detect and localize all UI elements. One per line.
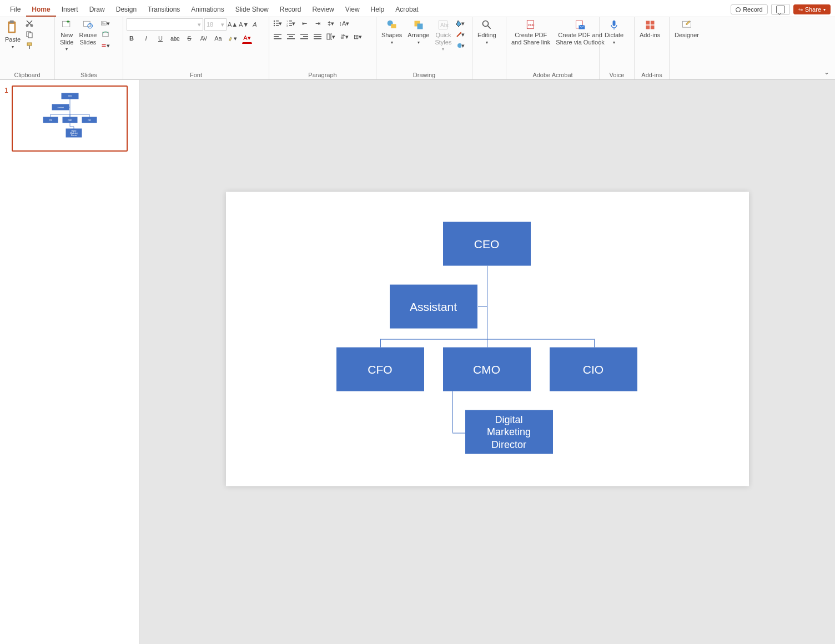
org-box-dmd[interactable]: Digital Marketing Director [465, 410, 553, 454]
bullets-button[interactable]: ▾ [273, 18, 283, 28]
shadow-button[interactable]: abc [170, 33, 180, 43]
org-label-cio: CIO [583, 363, 603, 376]
reuse-slides-label: Reuse Slides [79, 32, 97, 46]
svg-rect-15 [103, 32, 108, 37]
svg-rect-2 [9, 24, 14, 32]
create-pdf-link-button[interactable]: PDF Create PDF and Share link [510, 18, 552, 47]
increase-font-button[interactable]: A▲ [228, 19, 238, 29]
change-case-button[interactable]: Aa [213, 33, 223, 43]
align-right-button[interactable] [299, 32, 309, 42]
decrease-font-button[interactable]: A▼ [239, 19, 249, 29]
align-center-button[interactable] [286, 32, 296, 42]
strike-button[interactable]: S [184, 33, 194, 43]
cut-button[interactable] [24, 18, 34, 28]
char-spacing-button[interactable]: AV [199, 33, 209, 43]
align-left-button[interactable] [273, 32, 283, 42]
shapes-button[interactable]: Shapes▾ [380, 18, 404, 46]
font-size-combo[interactable]: 18▾ [204, 18, 227, 31]
slides-small: ▾ ▾ [100, 18, 110, 51]
thumbnail-panel[interactable]: 1 [0, 80, 139, 644]
tab-file[interactable]: File [4, 3, 26, 17]
svg-rect-56 [613, 21, 616, 26]
shape-outline-button[interactable]: ▾ [455, 29, 465, 39]
svg-rect-27 [289, 23, 292, 24]
font-family-combo[interactable]: ▾ [127, 18, 203, 31]
columns-button[interactable]: ▾ [326, 32, 336, 42]
addins-button[interactable]: Add-ins [638, 18, 662, 40]
tab-slideshow[interactable]: Slide Show [230, 3, 274, 17]
shape-effects-button[interactable]: ▾ [455, 41, 465, 51]
create-pdf-link-label: Create PDF and Share link [511, 32, 550, 46]
record-button[interactable]: Record [731, 4, 767, 14]
highlight-button[interactable]: ▾ [228, 33, 238, 43]
tab-home[interactable]: Home [26, 3, 56, 17]
new-slide-button[interactable]: New Slide▾ [58, 18, 75, 53]
smartart-button[interactable]: ⊞▾ [353, 32, 363, 42]
tab-design[interactable]: Design [110, 3, 142, 17]
new-slide-icon [61, 19, 72, 31]
group-clipboard: Paste ▾ Clipboard [0, 17, 55, 79]
bold-button[interactable]: B [127, 33, 137, 43]
share-button[interactable]: ↪Share▾ [793, 4, 831, 14]
thumbnail-slide-1[interactable]: CEOAssistant CFOCMOCIO DigitalMarketingD… [12, 85, 128, 152]
org-box-cfo[interactable]: CFO [336, 348, 424, 391]
group-label-adobe: Adobe Acrobat [510, 71, 596, 79]
editing-label: Editing [477, 32, 496, 39]
org-box-ceo[interactable]: CEO [443, 222, 531, 266]
align-text-button[interactable]: ⇵▾ [339, 32, 349, 42]
numbering-button[interactable]: 123▾ [286, 18, 296, 28]
collapse-ribbon-button[interactable]: ⌄ [824, 68, 829, 76]
group-font: ▾ 18▾ A▲ A▼ A B I U abc S AV Aa ▾ A▾ Fon… [123, 17, 269, 79]
tab-draw[interactable]: Draw [84, 3, 110, 17]
connector-cio [594, 339, 595, 348]
group-label-drawing: Drawing [380, 71, 469, 79]
clear-formatting-button[interactable]: A [250, 19, 260, 29]
tab-review[interactable]: Review [306, 3, 339, 17]
tab-acrobat[interactable]: Acrobat [390, 3, 424, 17]
share-icon: ↪ [798, 7, 803, 13]
italic-button[interactable]: I [141, 33, 151, 43]
menu-tabs: File Home Insert Draw Design Transitions… [4, 3, 424, 17]
tab-animations[interactable]: Animations [185, 3, 229, 17]
arrange-button[interactable]: Arrange▾ [406, 18, 431, 46]
reset-button[interactable] [100, 29, 110, 39]
line-spacing-button[interactable]: ‡▾ [326, 18, 336, 28]
group-label-voice: Voice [603, 71, 631, 79]
svg-rect-14 [102, 23, 105, 24]
create-pdf-outlook-button[interactable]: Create PDF and Share via Outlook [554, 18, 606, 47]
quick-styles-label: Quick Styles [435, 32, 451, 46]
dictate-button[interactable]: Dictate▾ [603, 18, 625, 46]
section-button[interactable]: ▾ [100, 41, 110, 51]
org-box-cmo[interactable]: CMO [443, 348, 531, 391]
tab-record[interactable]: Record [274, 3, 307, 17]
svg-rect-39 [314, 34, 321, 35]
copy-button[interactable] [24, 29, 34, 39]
layout-button[interactable]: ▾ [100, 18, 110, 28]
paste-button[interactable]: Paste ▾ [3, 18, 22, 51]
font-color-button[interactable]: A▾ [242, 33, 252, 44]
quick-styles-button[interactable]: Abc Quick Styles▾ [433, 18, 453, 53]
comments-button[interactable] [771, 4, 790, 15]
shape-fill-button[interactable]: ▾ [455, 18, 465, 28]
tab-help[interactable]: Help [365, 3, 390, 17]
org-box-cio[interactable]: CIO [550, 348, 637, 391]
editing-button[interactable]: Editing▾ [476, 18, 498, 46]
reuse-slides-button[interactable]: Reuse Slides [77, 18, 98, 47]
slide-1[interactable]: CEO Assistant CFO CMO CIO Digital Market… [226, 192, 749, 486]
text-direction-button[interactable]: ↕A▾ [339, 18, 349, 28]
shapes-icon [386, 19, 398, 31]
format-painter-button[interactable] [24, 41, 34, 51]
org-box-assistant[interactable]: Assistant [390, 285, 477, 329]
underline-button[interactable]: U [155, 33, 165, 43]
tab-insert[interactable]: Insert [56, 3, 84, 17]
justify-button[interactable] [313, 32, 323, 42]
decrease-indent-button[interactable]: ⇤ [299, 18, 309, 28]
slide-canvas-area[interactable]: CEO Assistant CFO CMO CIO Digital Market… [139, 80, 835, 644]
tab-transitions[interactable]: Transitions [142, 3, 185, 17]
svg-rect-17 [102, 46, 106, 47]
shapes-label: Shapes [381, 32, 402, 39]
pdf-icon: PDF [525, 19, 536, 31]
tab-view[interactable]: View [340, 3, 365, 17]
designer-button[interactable]: Designer [673, 18, 701, 40]
increase-indent-button[interactable]: ⇥ [313, 18, 323, 28]
